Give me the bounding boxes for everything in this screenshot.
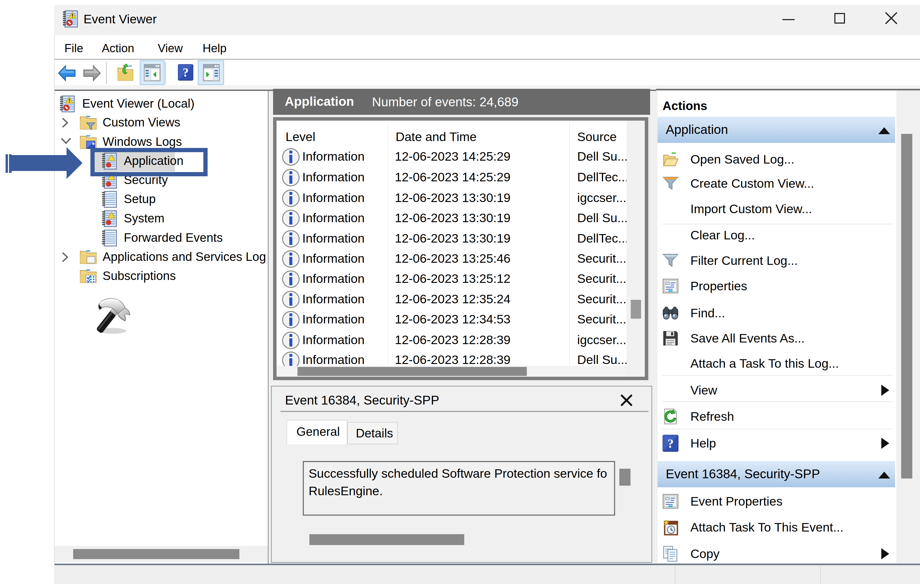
svg-text:?: ? [667,437,674,450]
